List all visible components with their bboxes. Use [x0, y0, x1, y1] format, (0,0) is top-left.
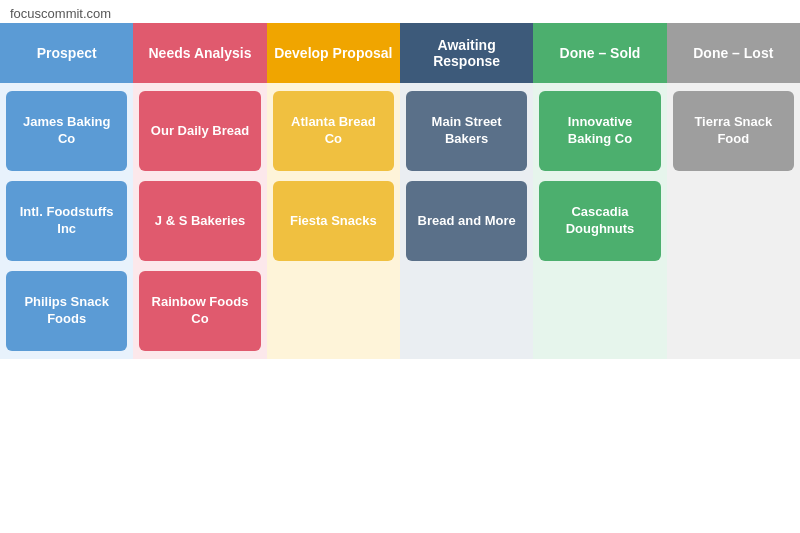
column-done-lost: Done – LostTierra Snack Food	[667, 23, 800, 359]
card-j-s-bakeries[interactable]: J & S Bakeries	[139, 181, 260, 261]
card-rainbow-foods-co[interactable]: Rainbow Foods Co	[139, 271, 260, 351]
card-philips-snack-foods[interactable]: Philips Snack Foods	[6, 271, 127, 351]
column-header-needs-analysis: Needs Analysis	[133, 23, 266, 83]
card-cascadia-doughnuts[interactable]: Cascadia Doughnuts	[539, 181, 660, 261]
column-needs-analysis: Needs AnalysisOur Daily BreadJ & S Baker…	[133, 23, 266, 359]
column-header-done-lost: Done – Lost	[667, 23, 800, 83]
kanban-board: ProspectJames Baking CoIntl. Foodstuffs …	[0, 23, 800, 359]
column-develop-proposal: Develop ProposalAtlanta Bread CoFiesta S…	[267, 23, 400, 359]
column-body-needs-analysis: Our Daily BreadJ & S BakeriesRainbow Foo…	[133, 83, 266, 359]
card-intl-foodstuffs[interactable]: Intl. Foodstuffs Inc	[6, 181, 127, 261]
card-bread-and-more[interactable]: Bread and More	[406, 181, 527, 261]
column-awaiting-response: Awaiting ResponseMain Street BakersBread…	[400, 23, 533, 359]
card-atlanta-bread-co[interactable]: Atlanta Bread Co	[273, 91, 394, 171]
column-body-done-lost: Tierra Snack Food	[667, 83, 800, 359]
column-header-prospect: Prospect	[0, 23, 133, 83]
column-body-prospect: James Baking CoIntl. Foodstuffs IncPhili…	[0, 83, 133, 359]
column-header-develop-proposal: Develop Proposal	[267, 23, 400, 83]
column-body-done-sold: Innovative Baking CoCascadia Doughnuts	[533, 83, 666, 359]
card-james-baking-co[interactable]: James Baking Co	[6, 91, 127, 171]
card-tierra-snack-food[interactable]: Tierra Snack Food	[673, 91, 794, 171]
card-our-daily-bread[interactable]: Our Daily Bread	[139, 91, 260, 171]
column-body-develop-proposal: Atlanta Bread CoFiesta Snacks	[267, 83, 400, 359]
card-fiesta-snacks[interactable]: Fiesta Snacks	[273, 181, 394, 261]
column-prospect: ProspectJames Baking CoIntl. Foodstuffs …	[0, 23, 133, 359]
card-main-street-bakers[interactable]: Main Street Bakers	[406, 91, 527, 171]
card-innovative-baking-co[interactable]: Innovative Baking Co	[539, 91, 660, 171]
column-header-awaiting-response: Awaiting Response	[400, 23, 533, 83]
watermark: focuscommit.com	[0, 0, 800, 23]
column-done-sold: Done – SoldInnovative Baking CoCascadia …	[533, 23, 666, 359]
column-body-awaiting-response: Main Street BakersBread and More	[400, 83, 533, 359]
column-header-done-sold: Done – Sold	[533, 23, 666, 83]
